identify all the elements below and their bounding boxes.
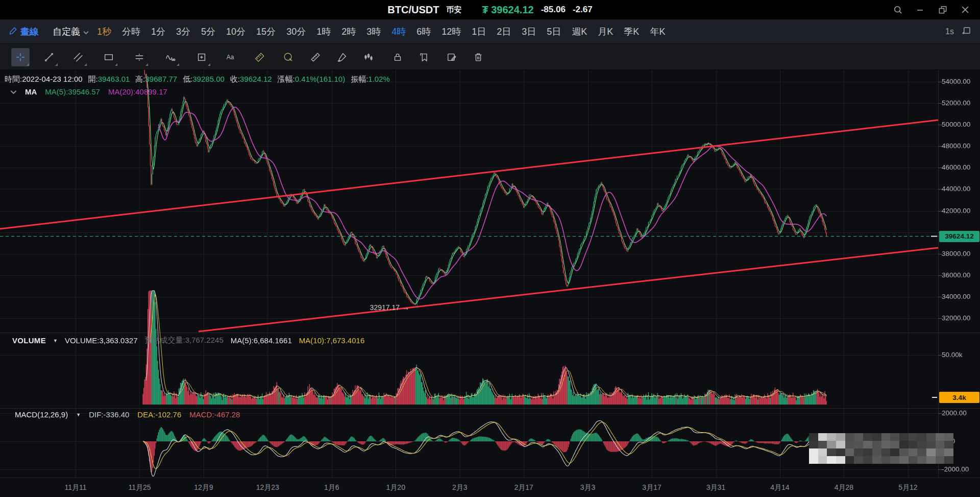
censored-watermark [809, 433, 953, 464]
anchor-box-icon[interactable] [192, 48, 211, 66]
refresh-interval-label: 1s [945, 27, 954, 36]
volume-ma5: MA(5):6,684.1661 [231, 336, 292, 345]
svg-text:Aa: Aa [227, 54, 234, 61]
timeframe-item-年K[interactable]: 年K [650, 26, 665, 38]
drawing-toolbar: Aa [0, 44, 980, 70]
timeframe-item-2日[interactable]: 2日 [497, 26, 511, 38]
text-icon[interactable]: Aa [221, 48, 239, 66]
brush-icon[interactable] [333, 48, 351, 66]
date-tick-label: 4月28 [835, 483, 853, 492]
timeframe-item-30分[interactable]: 30分 [286, 26, 306, 38]
timeframe-item-月K[interactable]: 月K [598, 26, 613, 38]
timeframe-items: 1秒分時1分3分5分10分15分30分1時2時3時4時6時12時1日2日3日5日… [97, 19, 665, 44]
dropdown-caret-icon[interactable]: ▼ [53, 338, 58, 343]
title-bar: BTC/USDT 币安 ₮ 39624.12 -85.06 -2.67 [0, 0, 980, 19]
ma-indicator-name: MA [25, 87, 37, 96]
search-icon[interactable] [892, 4, 903, 15]
timeframe-item-週K[interactable]: 週K [572, 26, 587, 38]
custom-interval-button[interactable]: 自定義 [53, 19, 89, 44]
timeframe-right: 1s [945, 19, 972, 44]
date-tick-label: 1月20 [386, 483, 405, 492]
date-tick-label: 11月11 [64, 483, 86, 492]
lock-icon[interactable] [388, 48, 407, 66]
volume-value: VOLUME:3,363.0327 [65, 336, 138, 345]
trading-app: BTC/USDT 币安 ₮ 39624.12 -85.06 -2.67 [0, 0, 980, 497]
measure-circle-icon[interactable] [279, 48, 298, 66]
trend-line-icon[interactable] [40, 48, 58, 66]
timeframe-item-分時[interactable]: 分時 [122, 26, 140, 38]
date-tick-label: 4月14 [770, 483, 789, 492]
exchange-label: 币安 [446, 5, 461, 15]
date-tick-label: 3月17 [642, 483, 661, 492]
timeframe-item-10分[interactable]: 10分 [226, 26, 246, 38]
timeframe-item-5分[interactable]: 5分 [201, 26, 215, 38]
macd-legend: MACD(12,26,9) ▼ DIF:-336.40 DEA:-102.76 … [15, 410, 240, 419]
date-tick-label: 2月3 [452, 483, 468, 492]
draw-line-button[interactable]: 畫線 [9, 19, 39, 44]
volume-ma10: MA(10):7,673.4016 [299, 336, 364, 345]
ma5-value: MA(5):39546.57 [45, 87, 100, 96]
symbol-title: BTC/USDT [387, 4, 439, 16]
timeframe-item-4時[interactable]: 4時 [391, 26, 406, 38]
timeframe-item-1日[interactable]: 1日 [472, 26, 486, 38]
timeframe-item-1時[interactable]: 1時 [316, 26, 331, 38]
rectangle-icon[interactable] [100, 48, 118, 66]
date-tick-label: 2月17 [514, 483, 533, 492]
close-icon[interactable] [960, 4, 971, 15]
price-change-percent: -2.67 [573, 5, 593, 15]
volume-legend: VOLUME ▼ VOLUME:3,363.0327 预估成交量:3,767.2… [12, 336, 364, 345]
timeframe-item-15分[interactable]: 15分 [256, 26, 276, 38]
macd-value: MACD:-467.28 [189, 410, 240, 419]
bookmark-icon[interactable] [414, 48, 433, 66]
measure-ruler-icon[interactable] [251, 48, 269, 66]
chart-area: 時間:2022-04-23 12:00 開:39463.01 高:39687.7… [0, 70, 980, 478]
time-axis: 11月1111月2512月912月231月61月202月32月173月33月17… [0, 478, 980, 497]
minimize-icon[interactable] [915, 4, 926, 15]
timeframe-item-5日[interactable]: 5日 [547, 26, 561, 38]
timeframe-item-3分[interactable]: 3分 [176, 26, 190, 38]
chevron-down-icon [83, 27, 89, 37]
timeframe-item-3日[interactable]: 3日 [522, 26, 536, 38]
date-tick-label: 5月12 [898, 483, 917, 492]
symbol-header: BTC/USDT 币安 ₮ 39624.12 -85.06 -2.67 [0, 0, 980, 19]
timeframe-item-1分[interactable]: 1分 [151, 26, 165, 38]
timeframe-item-3時[interactable]: 3時 [366, 26, 381, 38]
add-panel-icon[interactable] [961, 26, 972, 38]
macd-indicator-name[interactable]: MACD(12,26,9) [15, 410, 68, 419]
date-tick-label: 3月31 [706, 483, 725, 492]
timeframe-item-2時[interactable]: 2時 [341, 26, 356, 38]
candle-pattern-icon[interactable] [359, 48, 378, 66]
ma-legend: MA MA(5):39546.57 MA(20):40899.17 [10, 87, 167, 96]
timeframe-item-季K[interactable]: 季K [624, 26, 639, 38]
delete-icon[interactable] [469, 48, 487, 66]
edit-note-icon[interactable] [443, 48, 461, 66]
date-tick-label: 1月6 [324, 483, 339, 492]
macd-dif-value: DIF:-336.40 [89, 410, 129, 419]
ruler-icon[interactable] [306, 48, 325, 66]
collapse-chevron-icon[interactable] [10, 87, 17, 96]
horizontal-lines-icon[interactable] [130, 48, 149, 66]
pencil-icon [9, 26, 18, 37]
ma20-value: MA(20):40899.17 [108, 87, 167, 96]
dropdown-caret-icon[interactable]: ▼ [76, 412, 81, 417]
macd-dea-value: DEA:-102.76 [137, 410, 181, 419]
volume-estimate: 预估成交量:3,767.2245 [144, 336, 223, 345]
current-price-badge: 39624.12 [939, 231, 979, 242]
tether-icon: ₮ [482, 4, 488, 15]
parallel-channel-icon[interactable] [69, 48, 87, 66]
current-volume-badge: 3.4k [939, 392, 979, 403]
date-tick-label: 12月23 [256, 483, 279, 492]
last-price: ₮ 39624.12 [482, 4, 533, 16]
date-tick-label: 3月3 [580, 483, 596, 492]
volume-indicator-name[interactable]: VOLUME [12, 336, 46, 345]
timeframe-item-6時[interactable]: 6時 [416, 26, 431, 38]
date-tick-label: 12月9 [194, 483, 213, 492]
wave-icon[interactable] [161, 48, 180, 66]
date-tick-label: 11月25 [128, 483, 151, 492]
timeframe-bar: 畫線 自定義 1秒分時1分3分5分10分15分30分1時2時3時4時6時12時1… [0, 19, 980, 44]
restore-icon[interactable] [937, 4, 948, 15]
timeframe-item-1秒[interactable]: 1秒 [97, 26, 111, 38]
timeframe-item-12時[interactable]: 12時 [442, 26, 461, 38]
price-change: -85.06 [541, 5, 566, 15]
crosshair-icon[interactable] [11, 48, 30, 66]
